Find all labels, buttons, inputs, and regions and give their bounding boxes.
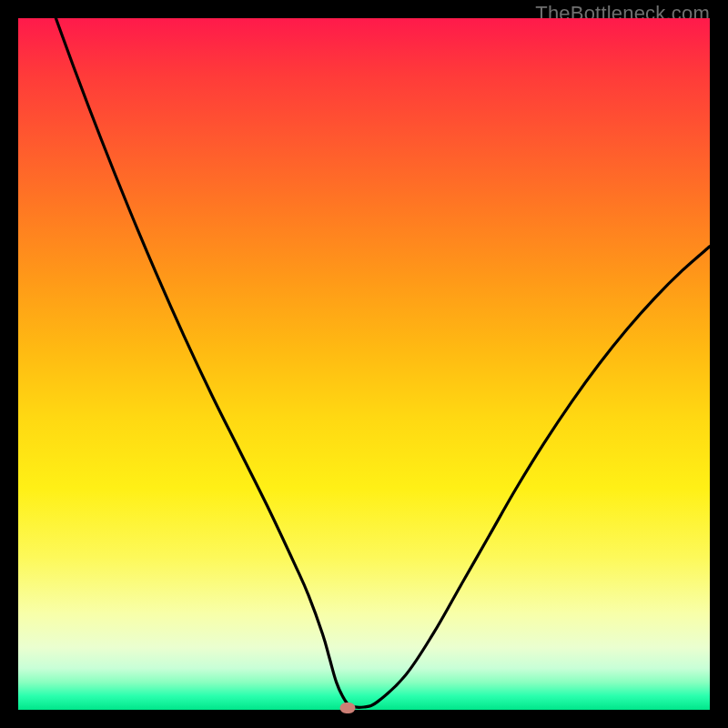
plot-area xyxy=(18,18,710,710)
chart-frame: TheBottleneck.com xyxy=(0,0,728,728)
bottleneck-curve xyxy=(18,18,710,710)
minimum-marker xyxy=(339,703,355,713)
